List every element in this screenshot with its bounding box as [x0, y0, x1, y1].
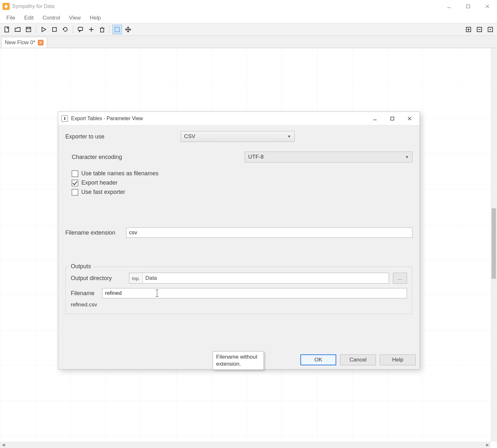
window-maximize-button[interactable] [459, 0, 478, 13]
zoom-out-icon[interactable] [475, 25, 484, 34]
open-file-icon[interactable] [13, 25, 22, 34]
filename-input[interactable]: refined [102, 288, 407, 298]
stop-icon[interactable] [50, 25, 59, 34]
outputs-legend: Outputs [69, 263, 93, 270]
flow-canvas[interactable]: ◀ ▶ ⬇ Export Tables - Parameter View Exp… [0, 48, 497, 448]
marquee-select-icon[interactable] [112, 25, 122, 34]
ok-button-label: OK [314, 357, 322, 363]
chevron-down-icon: ▼ [405, 155, 409, 159]
scroll-right-icon[interactable]: ▶ [484, 443, 491, 447]
vertical-scrollbar[interactable] [491, 48, 497, 442]
move-icon[interactable] [123, 25, 133, 34]
menu-view[interactable]: View [65, 13, 86, 22]
main-window-titlebar: Sympathy for Data [0, 0, 497, 13]
scroll-left-icon[interactable]: ◀ [0, 443, 6, 447]
save-file-icon[interactable] [24, 25, 33, 34]
toolbar [0, 23, 497, 36]
flow-tab[interactable]: New Flow 0* ✕ [1, 37, 47, 48]
new-file-icon[interactable] [2, 25, 12, 34]
menu-bar: File Edit Control View Help [0, 13, 497, 23]
export-tables-dialog: ⬇ Export Tables - Parameter View Exporte… [58, 112, 420, 369]
svg-rect-6 [27, 27, 30, 29]
checkbox-icon [72, 170, 78, 177]
menu-edit[interactable]: Edit [20, 13, 38, 22]
output-directory-input[interactable]: top. Data [129, 273, 389, 284]
menu-file[interactable]: File [2, 13, 20, 22]
comment-icon[interactable] [76, 25, 85, 34]
exporter-combo[interactable]: CSV ▼ [181, 131, 295, 142]
horizontal-scrollbar[interactable]: ◀ ▶ [0, 442, 491, 448]
svg-rect-12 [101, 28, 104, 32]
help-button[interactable]: Help [380, 354, 416, 365]
export-header-checkbox[interactable]: Export header [72, 179, 412, 186]
svg-rect-5 [26, 27, 31, 32]
filename-value: refined [105, 290, 122, 296]
reload-icon[interactable] [61, 25, 70, 34]
cancel-button-label: Cancel [350, 357, 367, 363]
dialog-title: Export Tables - Parameter View [71, 116, 143, 121]
svg-rect-26 [391, 117, 394, 120]
filename-extension-label: Filename extension [65, 229, 126, 236]
add-icon[interactable] [86, 25, 96, 34]
play-icon[interactable] [39, 25, 48, 34]
export-header-label: Export header [81, 179, 118, 186]
tooltip-text: Filename without extension. [216, 354, 257, 367]
flow-tab-label: New Flow 0* [5, 39, 35, 46]
svg-rect-8 [53, 28, 56, 31]
zoom-fit-icon[interactable] [485, 25, 495, 34]
encoding-label: Character encoding [72, 154, 245, 161]
browse-button[interactable]: … [393, 273, 407, 284]
svg-point-24 [490, 29, 491, 30]
dialog-minimize-button[interactable] [366, 112, 384, 125]
filename-tooltip: Filename without extension. [213, 351, 264, 370]
app-title: Sympathy for Data [12, 4, 55, 9]
outputs-group: Outputs Output directory top. Data … Fil… [65, 267, 412, 314]
window-close-button[interactable] [478, 0, 497, 13]
app-icon [3, 3, 10, 10]
tab-close-icon[interactable]: ✕ [38, 40, 44, 46]
window-minimize-button[interactable] [439, 0, 459, 13]
encoding-combo-value: UTF-8 [248, 154, 264, 160]
svg-rect-9 [78, 27, 83, 30]
menu-control[interactable]: Control [38, 13, 65, 22]
filename-label: Filename [71, 290, 98, 297]
output-directory-label: Output directory [71, 275, 125, 282]
encoding-combo[interactable]: UTF-8 ▼ [245, 152, 412, 162]
output-directory-prefix: top. [129, 273, 143, 283]
use-fast-exporter-label: Use fast exporter [81, 189, 125, 195]
dialog-titlebar: ⬇ Export Tables - Parameter View [58, 112, 420, 125]
zoom-in-icon[interactable] [464, 25, 473, 34]
checkbox-icon [72, 189, 78, 195]
svg-rect-1 [467, 5, 470, 8]
trash-icon[interactable] [97, 25, 107, 34]
dialog-maximize-button[interactable] [384, 112, 401, 125]
svg-rect-15 [115, 27, 119, 32]
ok-button[interactable]: OK [300, 354, 336, 365]
filename-extension-input[interactable]: csv [126, 228, 412, 238]
browse-button-label: … [397, 275, 403, 281]
filename-extension-value: csv [129, 229, 137, 236]
exporter-label: Exporter to use [65, 133, 181, 140]
svg-rect-4 [5, 27, 9, 32]
text-caret-icon [157, 290, 157, 297]
help-button-label: Help [392, 357, 403, 363]
tab-strip: New Flow 0* ✕ [0, 36, 497, 48]
use-table-names-checkbox[interactable]: Use table names as filenames [72, 170, 412, 177]
menu-help[interactable]: Help [85, 13, 105, 22]
exporter-combo-value: CSV [184, 133, 195, 140]
filename-preview: refined.csv [71, 302, 407, 308]
use-fast-exporter-checkbox[interactable]: Use fast exporter [72, 189, 412, 195]
svg-marker-7 [42, 27, 46, 32]
dialog-close-button[interactable] [401, 112, 418, 125]
output-directory-value: Data [143, 275, 159, 281]
cancel-button[interactable]: Cancel [340, 354, 376, 365]
use-table-names-label: Use table names as filenames [81, 170, 159, 177]
checkbox-checked-icon [72, 180, 78, 186]
dialog-icon: ⬇ [61, 115, 68, 122]
chevron-down-icon: ▼ [287, 134, 291, 139]
